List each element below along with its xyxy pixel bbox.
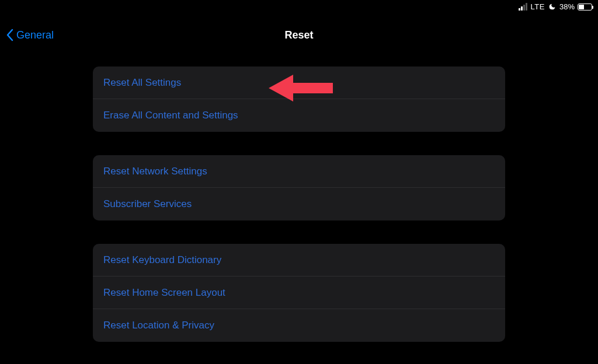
settings-content: Reset All Settings Erase All Content and… [93, 66, 505, 364]
row-label: Reset All Settings [103, 77, 181, 89]
settings-group: Reset Network Settings Subscriber Servic… [93, 155, 505, 220]
dnd-moon-icon [548, 3, 556, 10]
back-button[interactable]: General [6, 29, 54, 41]
battery-percent-label: 38% [559, 2, 575, 11]
status-bar: LTE 38% [519, 2, 592, 11]
settings-group: Reset All Settings Erase All Content and… [93, 66, 505, 132]
back-label: General [16, 29, 54, 41]
erase-all-content-row[interactable]: Erase All Content and Settings [93, 99, 505, 132]
row-label: Erase All Content and Settings [103, 110, 238, 121]
reset-location-privacy-row[interactable]: Reset Location & Privacy [93, 309, 505, 342]
settings-group: Reset Keyboard Dictionary Reset Home Scr… [93, 244, 505, 342]
subscriber-services-row[interactable]: Subscriber Services [93, 188, 505, 220]
page-title: Reset [284, 29, 313, 41]
battery-indicator: 38% [559, 2, 592, 11]
row-label: Reset Home Screen Layout [103, 287, 225, 299]
row-label: Reset Network Settings [103, 166, 207, 177]
signal-strength-icon [519, 3, 527, 10]
reset-keyboard-dictionary-row[interactable]: Reset Keyboard Dictionary [93, 244, 505, 276]
reset-network-settings-row[interactable]: Reset Network Settings [93, 155, 505, 188]
reset-home-screen-layout-row[interactable]: Reset Home Screen Layout [93, 276, 505, 309]
chevron-left-icon [6, 29, 14, 41]
row-label: Subscriber Services [103, 198, 192, 210]
nav-bar: General Reset [0, 22, 598, 48]
battery-icon [578, 4, 592, 10]
network-type-label: LTE [531, 2, 545, 11]
row-label: Reset Keyboard Dictionary [103, 254, 221, 266]
row-label: Reset Location & Privacy [103, 320, 214, 331]
reset-all-settings-row[interactable]: Reset All Settings [93, 66, 505, 99]
